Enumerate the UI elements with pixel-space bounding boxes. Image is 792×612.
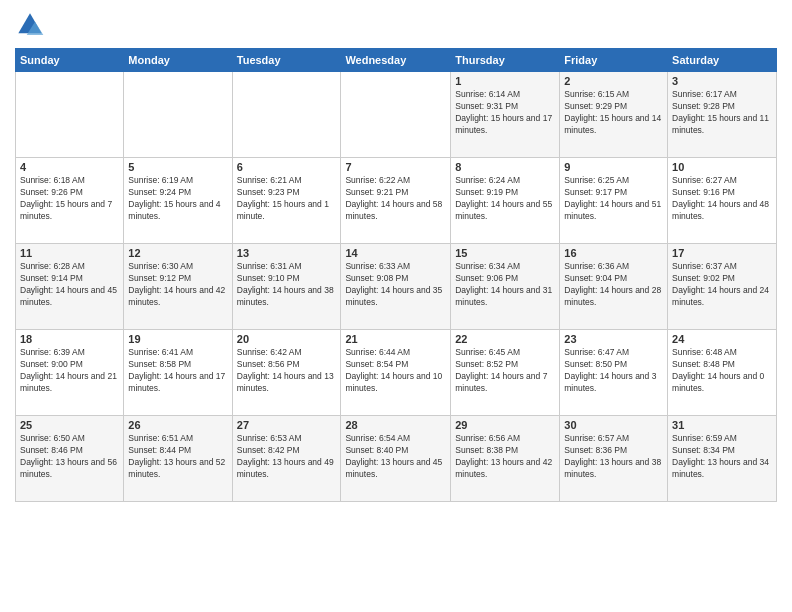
day-number: 6	[237, 161, 337, 173]
day-number: 14	[345, 247, 446, 259]
calendar-week-row: 4Sunrise: 6:18 AM Sunset: 9:26 PM Daylig…	[16, 158, 777, 244]
logo-icon	[15, 10, 45, 40]
header-row: SundayMondayTuesdayWednesdayThursdayFrid…	[16, 49, 777, 72]
calendar-cell: 22Sunrise: 6:45 AM Sunset: 8:52 PM Dayli…	[451, 330, 560, 416]
calendar-cell: 11Sunrise: 6:28 AM Sunset: 9:14 PM Dayli…	[16, 244, 124, 330]
day-number: 12	[128, 247, 227, 259]
day-number: 4	[20, 161, 119, 173]
day-info: Sunrise: 6:34 AM Sunset: 9:06 PM Dayligh…	[455, 261, 555, 309]
calendar-table: SundayMondayTuesdayWednesdayThursdayFrid…	[15, 48, 777, 502]
calendar-cell: 4Sunrise: 6:18 AM Sunset: 9:26 PM Daylig…	[16, 158, 124, 244]
calendar-week-row: 11Sunrise: 6:28 AM Sunset: 9:14 PM Dayli…	[16, 244, 777, 330]
weekday-header: Sunday	[16, 49, 124, 72]
day-info: Sunrise: 6:51 AM Sunset: 8:44 PM Dayligh…	[128, 433, 227, 481]
calendar-cell: 29Sunrise: 6:56 AM Sunset: 8:38 PM Dayli…	[451, 416, 560, 502]
day-info: Sunrise: 6:19 AM Sunset: 9:24 PM Dayligh…	[128, 175, 227, 223]
calendar-cell: 26Sunrise: 6:51 AM Sunset: 8:44 PM Dayli…	[124, 416, 232, 502]
day-info: Sunrise: 6:59 AM Sunset: 8:34 PM Dayligh…	[672, 433, 772, 481]
calendar-cell: 27Sunrise: 6:53 AM Sunset: 8:42 PM Dayli…	[232, 416, 341, 502]
day-info: Sunrise: 6:57 AM Sunset: 8:36 PM Dayligh…	[564, 433, 663, 481]
calendar-cell: 20Sunrise: 6:42 AM Sunset: 8:56 PM Dayli…	[232, 330, 341, 416]
calendar-cell: 13Sunrise: 6:31 AM Sunset: 9:10 PM Dayli…	[232, 244, 341, 330]
calendar-cell: 7Sunrise: 6:22 AM Sunset: 9:21 PM Daylig…	[341, 158, 451, 244]
day-number: 5	[128, 161, 227, 173]
day-number: 17	[672, 247, 772, 259]
day-info: Sunrise: 6:27 AM Sunset: 9:16 PM Dayligh…	[672, 175, 772, 223]
calendar-cell: 12Sunrise: 6:30 AM Sunset: 9:12 PM Dayli…	[124, 244, 232, 330]
day-info: Sunrise: 6:36 AM Sunset: 9:04 PM Dayligh…	[564, 261, 663, 309]
day-number: 8	[455, 161, 555, 173]
day-number: 31	[672, 419, 772, 431]
calendar-cell: 17Sunrise: 6:37 AM Sunset: 9:02 PM Dayli…	[668, 244, 777, 330]
day-number: 26	[128, 419, 227, 431]
day-info: Sunrise: 6:21 AM Sunset: 9:23 PM Dayligh…	[237, 175, 337, 223]
day-info: Sunrise: 6:33 AM Sunset: 9:08 PM Dayligh…	[345, 261, 446, 309]
weekday-header: Monday	[124, 49, 232, 72]
weekday-header: Wednesday	[341, 49, 451, 72]
day-number: 9	[564, 161, 663, 173]
day-number: 11	[20, 247, 119, 259]
calendar-cell: 21Sunrise: 6:44 AM Sunset: 8:54 PM Dayli…	[341, 330, 451, 416]
weekday-header: Friday	[560, 49, 668, 72]
day-info: Sunrise: 6:22 AM Sunset: 9:21 PM Dayligh…	[345, 175, 446, 223]
calendar-week-row: 18Sunrise: 6:39 AM Sunset: 9:00 PM Dayli…	[16, 330, 777, 416]
day-number: 23	[564, 333, 663, 345]
calendar-week-row: 25Sunrise: 6:50 AM Sunset: 8:46 PM Dayli…	[16, 416, 777, 502]
calendar-cell: 25Sunrise: 6:50 AM Sunset: 8:46 PM Dayli…	[16, 416, 124, 502]
day-info: Sunrise: 6:39 AM Sunset: 9:00 PM Dayligh…	[20, 347, 119, 395]
day-info: Sunrise: 6:47 AM Sunset: 8:50 PM Dayligh…	[564, 347, 663, 395]
day-info: Sunrise: 6:14 AM Sunset: 9:31 PM Dayligh…	[455, 89, 555, 137]
calendar-cell	[124, 72, 232, 158]
day-info: Sunrise: 6:15 AM Sunset: 9:29 PM Dayligh…	[564, 89, 663, 137]
day-info: Sunrise: 6:41 AM Sunset: 8:58 PM Dayligh…	[128, 347, 227, 395]
day-number: 20	[237, 333, 337, 345]
calendar-cell: 8Sunrise: 6:24 AM Sunset: 9:19 PM Daylig…	[451, 158, 560, 244]
day-number: 10	[672, 161, 772, 173]
day-number: 1	[455, 75, 555, 87]
day-info: Sunrise: 6:31 AM Sunset: 9:10 PM Dayligh…	[237, 261, 337, 309]
calendar-cell: 10Sunrise: 6:27 AM Sunset: 9:16 PM Dayli…	[668, 158, 777, 244]
day-info: Sunrise: 6:28 AM Sunset: 9:14 PM Dayligh…	[20, 261, 119, 309]
day-number: 21	[345, 333, 446, 345]
day-number: 29	[455, 419, 555, 431]
day-number: 24	[672, 333, 772, 345]
calendar-cell: 6Sunrise: 6:21 AM Sunset: 9:23 PM Daylig…	[232, 158, 341, 244]
day-info: Sunrise: 6:30 AM Sunset: 9:12 PM Dayligh…	[128, 261, 227, 309]
day-number: 3	[672, 75, 772, 87]
weekday-header: Tuesday	[232, 49, 341, 72]
calendar-cell: 19Sunrise: 6:41 AM Sunset: 8:58 PM Dayli…	[124, 330, 232, 416]
day-info: Sunrise: 6:50 AM Sunset: 8:46 PM Dayligh…	[20, 433, 119, 481]
calendar-cell: 3Sunrise: 6:17 AM Sunset: 9:28 PM Daylig…	[668, 72, 777, 158]
calendar-cell: 24Sunrise: 6:48 AM Sunset: 8:48 PM Dayli…	[668, 330, 777, 416]
weekday-header: Saturday	[668, 49, 777, 72]
day-info: Sunrise: 6:42 AM Sunset: 8:56 PM Dayligh…	[237, 347, 337, 395]
calendar-cell	[341, 72, 451, 158]
day-info: Sunrise: 6:56 AM Sunset: 8:38 PM Dayligh…	[455, 433, 555, 481]
calendar-cell: 31Sunrise: 6:59 AM Sunset: 8:34 PM Dayli…	[668, 416, 777, 502]
day-number: 30	[564, 419, 663, 431]
day-info: Sunrise: 6:45 AM Sunset: 8:52 PM Dayligh…	[455, 347, 555, 395]
calendar-cell: 14Sunrise: 6:33 AM Sunset: 9:08 PM Dayli…	[341, 244, 451, 330]
day-info: Sunrise: 6:24 AM Sunset: 9:19 PM Dayligh…	[455, 175, 555, 223]
calendar-cell: 2Sunrise: 6:15 AM Sunset: 9:29 PM Daylig…	[560, 72, 668, 158]
day-number: 28	[345, 419, 446, 431]
day-info: Sunrise: 6:18 AM Sunset: 9:26 PM Dayligh…	[20, 175, 119, 223]
calendar-cell: 23Sunrise: 6:47 AM Sunset: 8:50 PM Dayli…	[560, 330, 668, 416]
day-info: Sunrise: 6:17 AM Sunset: 9:28 PM Dayligh…	[672, 89, 772, 137]
calendar-cell: 16Sunrise: 6:36 AM Sunset: 9:04 PM Dayli…	[560, 244, 668, 330]
logo	[15, 10, 49, 40]
calendar-cell: 28Sunrise: 6:54 AM Sunset: 8:40 PM Dayli…	[341, 416, 451, 502]
day-number: 2	[564, 75, 663, 87]
day-number: 7	[345, 161, 446, 173]
day-info: Sunrise: 6:48 AM Sunset: 8:48 PM Dayligh…	[672, 347, 772, 395]
calendar-cell: 1Sunrise: 6:14 AM Sunset: 9:31 PM Daylig…	[451, 72, 560, 158]
day-info: Sunrise: 6:25 AM Sunset: 9:17 PM Dayligh…	[564, 175, 663, 223]
day-number: 27	[237, 419, 337, 431]
day-number: 22	[455, 333, 555, 345]
day-number: 15	[455, 247, 555, 259]
day-number: 13	[237, 247, 337, 259]
day-info: Sunrise: 6:37 AM Sunset: 9:02 PM Dayligh…	[672, 261, 772, 309]
day-number: 16	[564, 247, 663, 259]
calendar-cell: 18Sunrise: 6:39 AM Sunset: 9:00 PM Dayli…	[16, 330, 124, 416]
calendar-cell: 5Sunrise: 6:19 AM Sunset: 9:24 PM Daylig…	[124, 158, 232, 244]
